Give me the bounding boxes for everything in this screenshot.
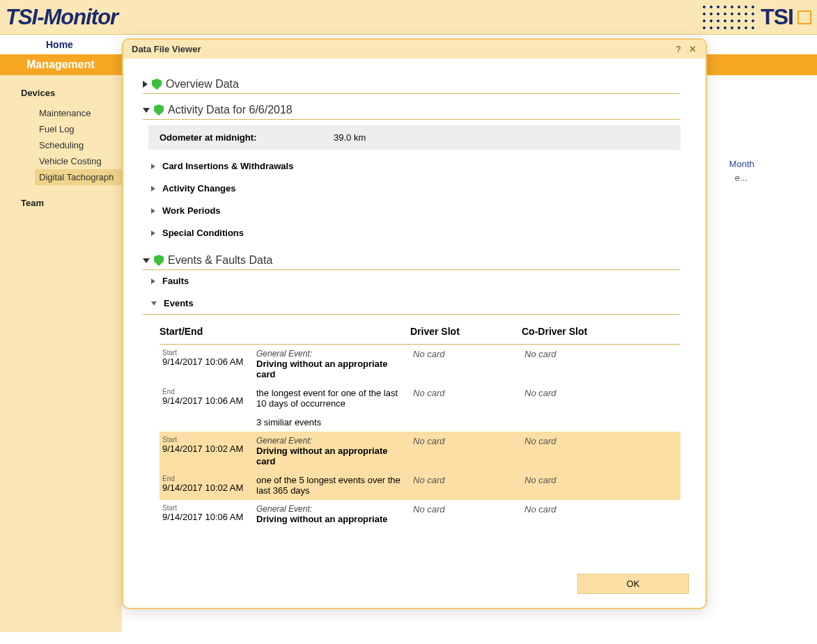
- start-label: Start: [162, 436, 256, 443]
- general-event-label: General Event:: [256, 436, 402, 446]
- codriver-slot-value: No card: [524, 436, 636, 466]
- driver-slot-value: No card: [413, 388, 524, 409]
- driver-slot-value: No card: [413, 504, 524, 524]
- odometer-row: Odometer at midnight: 39.0 km: [148, 125, 680, 150]
- close-icon[interactable]: ✕: [687, 45, 697, 54]
- codriver-slot-value: No card: [524, 504, 636, 524]
- end-time: 9/14/2017 10:02 AM: [162, 482, 256, 493]
- logo-dots-icon: [701, 3, 756, 31]
- end-time: 9/14/2017 10:06 AM: [162, 395, 256, 406]
- modal-scroll-area[interactable]: Overview Data Activity Data for 6/6/2018…: [143, 75, 697, 563]
- background-month-link[interactable]: Month: [729, 159, 754, 169]
- subsection-title: Special Conditions: [162, 228, 244, 238]
- subsection-title: Card Insertions & Withdrawals: [162, 161, 293, 171]
- header-codriver-slot: Co-Driver Slot: [522, 326, 633, 337]
- event-group[interactable]: Start9/14/2017 10:06 AMGeneral Event:Dri…: [159, 500, 680, 528]
- driver-slot-value: No card: [413, 349, 524, 379]
- chevron-right-icon: [151, 186, 155, 191]
- subsection-events[interactable]: Events: [143, 292, 680, 315]
- subheader-label: Management: [26, 58, 95, 71]
- fullscreen-icon[interactable]: [797, 10, 811, 24]
- general-event-label: General Event:: [256, 504, 402, 514]
- sidebar-item-fuel-log[interactable]: Fuel Log: [35, 121, 122, 137]
- subsection-title: Events: [164, 298, 194, 308]
- event-title: Driving without an appropriate: [256, 514, 402, 524]
- shield-icon: [152, 79, 162, 90]
- tab-home[interactable]: Home: [32, 35, 87, 54]
- logo-tsi-text: TSI: [761, 4, 793, 30]
- modal-footer: OK: [123, 567, 706, 608]
- events-table: Start/End Driver Slot Co-Driver Slot Sta…: [159, 319, 680, 528]
- driver-slot-value: No card: [413, 436, 524, 466]
- chevron-down-icon: [151, 301, 157, 306]
- odometer-value: 39.0 km: [334, 132, 366, 143]
- general-event-label: General Event:: [256, 349, 402, 359]
- section-overview: Overview Data: [143, 75, 680, 94]
- chevron-right-icon: [151, 278, 155, 284]
- start-label: Start: [162, 349, 256, 356]
- app-title: TSI-Monitor: [6, 5, 118, 30]
- help-icon[interactable]: ?: [674, 45, 683, 54]
- section-header-activity[interactable]: Activity Data for 6/6/2018: [143, 101, 680, 120]
- sidebar-item-scheduling[interactable]: Scheduling: [35, 137, 122, 153]
- data-file-viewer-modal: Data File Viewer ? ✕ Overview Data Activ…: [122, 38, 707, 609]
- chevron-down-icon: [143, 108, 150, 113]
- start-time: 9/14/2017 10:02 AM: [162, 443, 256, 454]
- chevron-right-icon: [151, 208, 155, 214]
- subsection-title: Work Periods: [162, 205, 221, 216]
- section-title-activity: Activity Data for 6/6/2018: [168, 104, 293, 116]
- header-bar: TSI-Monitor TSI: [0, 0, 817, 35]
- sidebar: Devices Maintenance Fuel Log Scheduling …: [0, 75, 122, 632]
- event-group[interactable]: Start9/14/2017 10:02 AMGeneral Event:Dri…: [159, 432, 680, 500]
- subsection-faults[interactable]: Faults: [143, 270, 680, 292]
- events-header: Start/End Driver Slot Co-Driver Slot: [159, 319, 680, 345]
- sidebar-item-team[interactable]: Team: [0, 191, 122, 215]
- end-label: End: [162, 475, 256, 482]
- section-header-events-faults[interactable]: Events & Faults Data: [143, 251, 680, 270]
- table-row: End9/14/2017 10:06 AMthe longest event f…: [159, 384, 680, 413]
- end-label: End: [162, 388, 256, 395]
- table-row: Start9/14/2017 10:06 AMGeneral Event:Dri…: [159, 345, 680, 384]
- section-title-events-faults: Events & Faults Data: [168, 254, 272, 267]
- event-title: Driving without an appropriate card: [256, 446, 402, 466]
- section-events-faults: Events & Faults Data Faults Events Start…: [143, 251, 680, 528]
- shield-icon: [154, 104, 164, 116]
- subsection-card-insertions[interactable]: Card Insertions & Withdrawals: [143, 155, 680, 178]
- driver-slot-value: No card: [413, 475, 524, 496]
- sidebar-item-devices[interactable]: Devices: [0, 81, 122, 105]
- chevron-down-icon: [143, 258, 150, 263]
- event-note: one of the 5 longest events over the las…: [256, 475, 402, 496]
- start-time: 9/14/2017 10:06 AM: [162, 512, 256, 522]
- modal-titlebar: Data File Viewer ? ✕: [123, 40, 706, 58]
- event-group[interactable]: Start9/14/2017 10:06 AMGeneral Event:Dri…: [159, 345, 680, 432]
- event-title: Driving without an appropriate card: [256, 359, 402, 379]
- sidebar-subitems: Maintenance Fuel Log Scheduling Vehicle …: [0, 105, 122, 191]
- chevron-right-icon: [151, 164, 155, 169]
- codriver-slot-value: No card: [524, 349, 636, 379]
- logo-right: TSI: [701, 3, 811, 31]
- subsection-activity-changes[interactable]: Activity Changes: [143, 178, 680, 200]
- table-row: Start9/14/2017 10:02 AMGeneral Event:Dri…: [159, 432, 680, 471]
- odometer-label: Odometer at midnight:: [159, 132, 334, 143]
- shield-icon: [154, 255, 164, 266]
- codriver-slot-value: No card: [524, 388, 636, 409]
- sidebar-item-maintenance[interactable]: Maintenance: [35, 105, 122, 121]
- modal-title-actions: ? ✕: [674, 45, 697, 54]
- sidebar-item-digital-tachograph[interactable]: Digital Tachograph: [35, 169, 122, 185]
- sidebar-item-vehicle-costing[interactable]: Vehicle Costing: [35, 153, 122, 169]
- section-title-overview: Overview Data: [166, 78, 239, 91]
- ok-button[interactable]: OK: [577, 574, 689, 594]
- subsection-work-periods[interactable]: Work Periods: [143, 200, 680, 222]
- modal-title-text: Data File Viewer: [132, 44, 201, 54]
- header-driver-slot: Driver Slot: [410, 326, 522, 337]
- table-row: End9/14/2017 10:02 AMone of the 5 longes…: [159, 471, 680, 500]
- subsection-title: Faults: [162, 276, 189, 286]
- subsection-title: Activity Changes: [162, 183, 235, 194]
- event-note: the longest event for one of the last 10…: [256, 388, 402, 409]
- background-extra-text: e...: [735, 173, 747, 183]
- subsection-special-conditions[interactable]: Special Conditions: [143, 222, 680, 244]
- modal-body: Overview Data Activity Data for 6/6/2018…: [123, 58, 706, 567]
- event-extra-note: 3 similiar events: [256, 417, 402, 427]
- table-row: Start9/14/2017 10:06 AMGeneral Event:Dri…: [159, 500, 680, 528]
- section-header-overview[interactable]: Overview Data: [143, 75, 680, 94]
